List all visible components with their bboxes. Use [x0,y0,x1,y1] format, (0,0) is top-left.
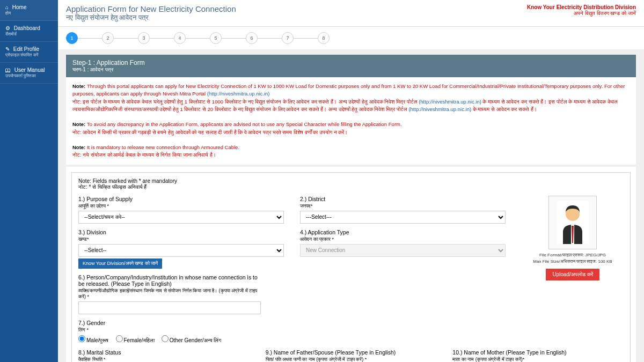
photo-format-caption: File Format/फाइल प्रारूप: JPEG/JPG [522,253,624,258]
nivesh-mitra-link[interactable]: (http://niveshmitra.up.nic.in) [408,106,471,112]
page-subtitle: नए विद्युत संयोजन हेतु आवेदन पत्र [66,13,236,22]
dashboard-icon: ⚙ [5,25,10,31]
photo-size-caption: Max File Size/अधिकतम फाइल साइज: 100 KB [522,259,624,264]
connection-name-input[interactable] [78,301,261,314]
sidebar: ⌂ Home होम ⚙ Dashboard डैशबोर्ड ✎ Edit P… [0,0,58,362]
application-type-select: New Connection [300,244,506,257]
step-1[interactable]: 1 [66,32,78,44]
sidebar-item-label: Edit Profile [13,46,39,52]
step-3[interactable]: 3 [138,32,150,44]
edit-icon: ✎ [5,46,10,52]
sidebar-item-user-manual[interactable]: 🕮 User Manual उपयोगकर्ता पुस्तिका [0,63,58,84]
main-content: Application Form for New Electricity Con… [58,0,644,362]
nivesh-mitra-link[interactable]: (http://niveshmitra.up.nic.in) [207,91,270,97]
sidebar-item-sublabel: डैशबोर्ड [5,32,53,37]
sidebar-item-sublabel: होम [5,11,53,16]
step-6[interactable]: 6 [246,32,258,44]
district-select[interactable]: ---Select--- [300,211,506,224]
sidebar-item-label: User Manual [14,67,45,73]
photo-placeholder [548,196,597,249]
page-header: Application Form for New Electricity Con… [58,0,644,27]
sidebar-item-sublabel: प्रोफ़ाइल संपादित करें [5,53,53,58]
step-7[interactable]: 7 [282,32,294,44]
step-8[interactable]: 8 [318,32,330,44]
sidebar-item-home[interactable]: ⌂ Home होम [0,0,58,21]
sidebar-item-label: Dashboard [14,25,40,31]
stepper: 1 2 3 4 5 6 7 8 [58,27,644,49]
note-block: Note: Through this portal applicants can… [66,77,636,165]
sidebar-item-edit-profile[interactable]: ✎ Edit Profile प्रोफ़ाइल संपादित करें [0,42,58,63]
application-form: Note: Fields marked with * are mandatory… [71,172,631,363]
sidebar-item-label: Home [12,4,27,10]
mandatory-note: Note: Fields marked with * are mandatory… [78,178,624,190]
section-header: Step-1 : Application Form चरण-1 : आवेदन … [66,55,636,77]
step-5[interactable]: 5 [210,32,222,44]
sidebar-item-sublabel: उपयोगकर्ता पुस्तिका [5,73,53,79]
know-your-division-button[interactable]: Know Your Division/अपने खण्ड को जानें [78,258,162,269]
division-select[interactable]: --Select-- [78,244,284,257]
step-4[interactable]: 4 [174,32,186,44]
know-division-link[interactable]: Know Your Electricity Distribution Divis… [527,4,636,17]
sidebar-item-dashboard[interactable]: ⚙ Dashboard डैशबोर्ड [0,21,58,42]
purpose-of-supply-select[interactable]: --Select/चयन करे-- [78,211,284,224]
page-title: Application Form for New Electricity Con… [66,4,236,13]
nivesh-mitra-link[interactable]: (http://niveshmitra.up.nic.in) [419,99,481,105]
book-icon: 🕮 [5,67,11,73]
gender-other-radio[interactable] [162,335,169,342]
gender-male-radio[interactable] [78,335,85,342]
step-2[interactable]: 2 [102,32,114,44]
upload-photo-button[interactable]: Upload/अपलोड करें [546,269,599,280]
gender-female-radio[interactable] [116,335,123,342]
home-icon: ⌂ [5,4,9,10]
